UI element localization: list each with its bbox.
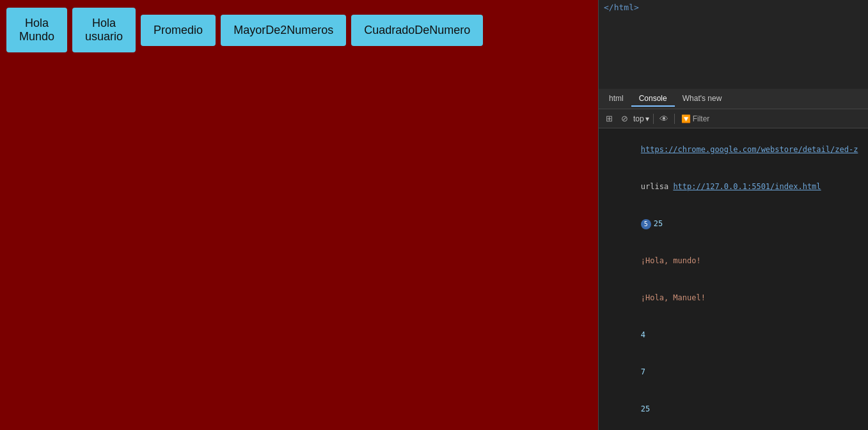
devtools-console: html Console What's new ⊞ ⊘ top ▾ 👁 🔽 Fi… — [599, 89, 868, 430]
count-badge: 5 — [641, 219, 651, 229]
context-dropdown[interactable]: top ▾ — [633, 114, 649, 123]
html-close-tag: </html> — [604, 3, 639, 12]
console-number-25: 25 — [641, 404, 650, 413]
filter-area: 🔽 Filter — [681, 114, 710, 123]
hola-mundo-button[interactable]: HolaMundo — [6, 8, 67, 52]
console-number-4: 4 — [641, 330, 645, 339]
console-line-hola-manuel: ¡Hola, Manuel! — [604, 279, 863, 316]
tab-console[interactable]: Console — [631, 91, 675, 107]
chrome-store-link[interactable]: https://chrome.google.com/webstore/detai… — [641, 145, 858, 154]
toolbar-separator-2 — [674, 114, 675, 124]
console-line-25: 25 — [604, 390, 863, 427]
toolbar-separator — [653, 114, 654, 124]
main-page: HolaMundo Holausuario Promedio MayorDe2N… — [0, 0, 598, 430]
console-value-25: 25 — [654, 219, 663, 228]
console-line-urlisa: urlisa http://127.0.0.1:5501/index.html — [604, 168, 863, 205]
console-number-7: 7 — [641, 367, 645, 376]
cuadrado-button[interactable]: CuadradoDeNumero — [351, 15, 483, 46]
devtools-elements-panel: </html> — [599, 0, 868, 89]
tab-html[interactable]: html — [601, 91, 631, 107]
hola-usuario-button[interactable]: Holausuario — [72, 8, 136, 52]
console-line-4: 4 — [604, 316, 863, 353]
console-string-hola-mundo: ¡Hola, mundo! — [641, 256, 701, 265]
devtools-panel: </html> html Console What's new ⊞ ⊘ top … — [598, 0, 868, 430]
console-line-25-badge: 525 — [604, 205, 863, 242]
devtools-tab-row: html Console What's new — [599, 89, 868, 109]
console-string-hola-manuel: ¡Hola, Manuel! — [641, 293, 706, 302]
button-bar: HolaMundo Holausuario Promedio MayorDe2N… — [0, 0, 598, 60]
console-line-hola-mundo: ¡Hola, mundo! — [604, 242, 863, 279]
tab-whats-new[interactable]: What's new — [675, 91, 730, 107]
chevron-down-icon: ▾ — [645, 114, 649, 123]
eye-icon[interactable]: 👁 — [658, 112, 670, 125]
urlisa-label: urlisa — [641, 182, 674, 191]
sidebar-toggle-icon[interactable]: ⊞ — [603, 112, 615, 125]
clear-console-icon[interactable]: ⊘ — [618, 112, 631, 125]
filter-label: Filter — [693, 114, 710, 123]
console-output: https://chrome.google.com/webstore/detai… — [599, 128, 868, 430]
context-label: top — [633, 114, 644, 123]
filter-icon: 🔽 — [681, 114, 691, 123]
local-server-link[interactable]: http://127.0.0.1:5501/index.html — [673, 182, 821, 191]
promedio-button[interactable]: Promedio — [141, 15, 216, 46]
devtools-console-toolbar: ⊞ ⊘ top ▾ 👁 🔽 Filter — [599, 109, 868, 128]
mayor-de-2-button[interactable]: MayorDe2Numeros — [221, 15, 346, 46]
console-line-7: 7 — [604, 353, 863, 390]
console-line: https://chrome.google.com/webstore/detai… — [604, 131, 863, 168]
